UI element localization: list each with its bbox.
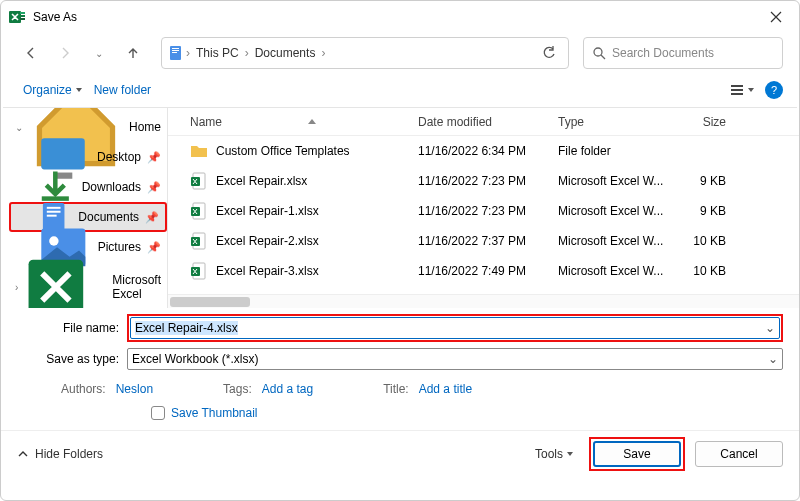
svg-rect-2 (20, 15, 25, 17)
filename-label: File name: (17, 321, 127, 335)
hide-folders-button[interactable]: Hide Folders (17, 447, 103, 461)
svg-rect-1 (20, 12, 25, 14)
svg-rect-11 (731, 93, 743, 95)
list-item[interactable]: Excel Repair-1.xlsx 11/16/2022 7:23 PMMi… (168, 196, 799, 226)
svg-rect-7 (172, 52, 177, 53)
sort-asc-icon (308, 119, 316, 124)
organize-menu[interactable]: Organize (17, 79, 88, 101)
back-button[interactable] (17, 39, 45, 67)
svg-rect-10 (731, 89, 743, 91)
sidebar: ⌄ Home Desktop📌 Downloads📌 Documents📌 Pi… (1, 108, 167, 308)
file-list: Name Date modified Type Size Custom Offi… (168, 108, 799, 308)
chevron-right-icon: › (184, 46, 192, 60)
tags-value[interactable]: Add a tag (262, 382, 313, 396)
column-header-name[interactable]: Name (168, 115, 418, 129)
tags-label: Tags: (223, 382, 252, 396)
svg-rect-3 (20, 18, 25, 20)
search-icon (592, 46, 606, 60)
svg-point-20 (49, 236, 58, 245)
tools-menu[interactable]: Tools (529, 443, 579, 465)
pin-icon: 📌 (145, 211, 159, 224)
refresh-button[interactable] (536, 46, 562, 60)
sidebar-item-excel[interactable]: › Microsoft Excel (9, 272, 167, 302)
column-header-date[interactable]: Date modified (418, 115, 558, 129)
filename-input[interactable]: Excel Repair-4.xlsx (130, 317, 780, 339)
folder-icon (190, 142, 208, 160)
pin-icon: 📌 (147, 181, 161, 194)
xlsx-icon (190, 232, 208, 250)
window-title: Save As (33, 10, 769, 24)
svg-rect-18 (47, 215, 57, 217)
excel-icon (24, 246, 106, 308)
new-folder-button[interactable]: New folder (88, 79, 157, 101)
cancel-button[interactable]: Cancel (695, 441, 783, 467)
forward-button[interactable] (51, 39, 79, 67)
search-placeholder: Search Documents (612, 46, 714, 60)
excel-app-icon (9, 9, 25, 25)
xlsx-icon (190, 202, 208, 220)
authors-label: Authors: (61, 382, 106, 396)
save-thumbnail-checkbox[interactable] (151, 406, 165, 420)
chevron-right-icon: › (15, 282, 18, 293)
column-header-size[interactable]: Size (678, 115, 738, 129)
svg-rect-16 (47, 207, 61, 209)
list-item[interactable]: Excel Repair-2.xlsx 11/16/2022 7:37 PMMi… (168, 226, 799, 256)
authors-value[interactable]: Neslon (116, 382, 153, 396)
svg-rect-6 (172, 50, 179, 51)
svg-rect-9 (731, 85, 743, 87)
close-icon[interactable] (769, 10, 783, 24)
column-header-type[interactable]: Type (558, 115, 678, 129)
svg-rect-17 (47, 211, 61, 213)
xlsx-icon (190, 262, 208, 280)
pin-icon: 📌 (147, 151, 161, 164)
chevron-up-icon (17, 448, 29, 460)
save-thumbnail-label: Save Thumbnail (171, 406, 258, 420)
saveastype-label: Save as type: (17, 352, 127, 366)
title-value[interactable]: Add a title (419, 382, 472, 396)
list-item[interactable]: Excel Repair-3.xlsx 11/16/2022 7:49 PMMi… (168, 256, 799, 286)
pin-icon: 📌 (147, 241, 161, 254)
save-button[interactable]: Save (593, 441, 681, 467)
help-button[interactable]: ? (765, 81, 783, 99)
breadcrumb-root[interactable]: This PC (192, 46, 243, 60)
svg-point-8 (594, 48, 602, 56)
address-bar[interactable]: › This PC › Documents › (161, 37, 569, 69)
horizontal-scrollbar[interactable] (168, 294, 799, 308)
chevron-right-icon: › (243, 46, 251, 60)
page-icon (168, 45, 184, 61)
search-input[interactable]: Search Documents (583, 37, 783, 69)
saveastype-select[interactable]: Excel Workbook (*.xlsx) (127, 348, 783, 370)
svg-rect-5 (172, 48, 179, 49)
recent-dropdown[interactable]: ⌄ (85, 39, 113, 67)
xlsx-icon (190, 172, 208, 190)
title-label: Title: (383, 382, 409, 396)
chevron-right-icon: › (319, 46, 327, 60)
chevron-down-icon: ⌄ (15, 122, 23, 133)
list-item[interactable]: Custom Office Templates 11/16/2022 6:34 … (168, 136, 799, 166)
list-item[interactable]: Excel Repair.xlsx 11/16/2022 7:23 PMMicr… (168, 166, 799, 196)
view-mode-button[interactable] (727, 76, 755, 104)
breadcrumb-folder[interactable]: Documents (251, 46, 320, 60)
up-button[interactable] (119, 39, 147, 67)
svg-rect-12 (41, 138, 85, 169)
